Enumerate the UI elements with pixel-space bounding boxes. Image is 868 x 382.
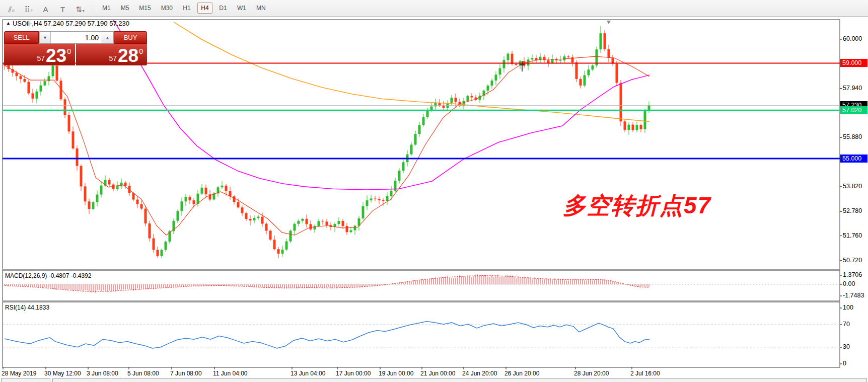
volume-value[interactable]: 1.00 [51, 32, 102, 43]
toolbar: ⫽E⠿FAT⇅▾ M1M5M15M30H1H4D1W1MN [0, 0, 868, 17]
macd-axis-value: -1.7483 [843, 292, 864, 299]
rsi-axis-value: 70 [843, 321, 850, 328]
timeframe-button-m1[interactable]: M1 [99, 3, 114, 14]
timeframe-button-m5[interactable]: M5 [117, 3, 133, 14]
time-axis-label: 3 Jun 08:00 [87, 370, 118, 377]
rsi-indicator-label: RSI(14) 44.1833 [5, 304, 49, 311]
price-scale-tick: 52.780 [843, 207, 862, 214]
volume-spinner: ▼ 1.00 ▲ [39, 31, 114, 44]
chart-window[interactable]: ▲USOil-,H4 57.240 57.290 57.190 57.230 S… [0, 17, 868, 378]
macd-axis-value: 0.00 [843, 280, 855, 287]
sell-price-box[interactable]: 57 23 0 [4, 44, 75, 65]
macd-axis-value: 1.3706 [843, 271, 862, 278]
toolbar-icon-group: ⫽E⠿FAT⇅▾ [3, 2, 89, 15]
time-axis-label: 24 Jun 20:00 [462, 370, 497, 377]
time-axis-label: 5 Jun 08:00 [127, 370, 159, 377]
toolbar-separator [92, 2, 94, 14]
time-axis-label: 28 May 2019 [2, 370, 36, 377]
rsi-axis-value: 30 [843, 343, 850, 350]
sell-price-main: 23 [46, 47, 66, 64]
sell-price-prefix: 57 [37, 54, 45, 62]
sell-price-pip: 0 [67, 47, 71, 55]
price-scale-tick: 60.000 [843, 35, 862, 42]
volume-decrease-button[interactable]: ▼ [39, 32, 51, 43]
time-axis-label: 2 Jul 16:00 [630, 370, 660, 377]
time-axis-label: 28 Jun 20:00 [574, 370, 609, 377]
chart-title-text: USOil-,H4 57.240 57.290 57.190 57.230 [13, 20, 129, 27]
buy-price-pip: 0 [139, 47, 143, 55]
rsi-axis-value: 0 [843, 360, 846, 367]
macd-indicator-label: MACD(12,26,9) -0.4807 -0.4392 [5, 272, 91, 279]
price-badge-59.000: 59.000 [840, 59, 867, 67]
text-box-icon[interactable]: T [55, 2, 70, 15]
timeframe-button-d1[interactable]: D1 [215, 3, 231, 14]
text-label-icon[interactable]: A [38, 2, 53, 15]
buy-button[interactable]: BUY [114, 31, 147, 44]
time-axis-label: 26 Jun 20:00 [504, 370, 539, 377]
app-window: ⫽E⠿FAT⇅▾ M1M5M15M30H1H4D1W1MN ▲USOil-,H4… [0, 0, 868, 382]
chart-tab[interactable] [1, 378, 50, 382]
chart-tab-strip[interactable] [52, 378, 867, 382]
buy-price-box[interactable]: 57 28 0 [76, 44, 147, 65]
price-chart-canvas[interactable] [0, 17, 868, 378]
price-scale-tick: 53.820 [843, 183, 862, 190]
timeframe-button-h4[interactable]: H4 [197, 3, 212, 14]
volume-increase-button[interactable]: ▲ [102, 32, 113, 43]
time-axis-label: 7 Jun 08:00 [170, 370, 202, 377]
time-axis-label: 17 Jun 00:00 [336, 370, 371, 377]
timeframe-button-mn[interactable]: MN [253, 3, 269, 14]
chart-text-annotation: 多空转折点57 [563, 190, 711, 221]
symbol-marker-icon: ▲ [6, 21, 11, 26]
rsi-axis-value: 100 [843, 304, 853, 311]
buy-price-prefix: 57 [109, 54, 117, 62]
time-axis-label: 11 Jun 04:00 [213, 370, 248, 377]
time-axis-label: 30 May 12:00 [44, 370, 81, 377]
price-scale-tick: 50.720 [843, 257, 862, 264]
timeframe-button-m15[interactable]: M15 [135, 3, 154, 14]
time-axis-label: 19 Jun 00:00 [379, 370, 413, 377]
timeframe-button-h1[interactable]: H1 [179, 3, 194, 14]
timeframe-toolbar: M1M5M15M30H1H4D1W1MN [97, 3, 271, 14]
one-click-trade-panel: SELL ▼ 1.00 ▲ BUY 57 23 0 57 28 0 [4, 31, 147, 65]
timeframe-button-w1[interactable]: W1 [234, 3, 250, 14]
draw-objects-icon[interactable]: ⫽E [4, 2, 19, 15]
timeframe-button-m30[interactable]: M30 [158, 3, 176, 14]
buy-price-main: 28 [118, 47, 138, 64]
sell-button[interactable]: SELL [4, 31, 39, 44]
price-scale-tick: 55.880 [843, 133, 862, 140]
chart-title: ▲USOil-,H4 57.240 57.290 57.190 57.230 [6, 20, 129, 27]
price-badge-55.000: 55.000 [840, 155, 867, 163]
grid-properties-icon[interactable]: ⠿F [21, 2, 36, 15]
price-badge-57.020: 57.020 [840, 106, 867, 114]
cycle-lines-icon[interactable]: ⇅▾ [73, 2, 88, 15]
price-scale-tick: 51.760 [843, 232, 862, 239]
time-axis-label: 13 Jun 04:00 [291, 370, 325, 377]
time-axis-label: 21 Jun 00:00 [420, 370, 455, 377]
price-scale-tick: 57.940 [843, 85, 862, 92]
